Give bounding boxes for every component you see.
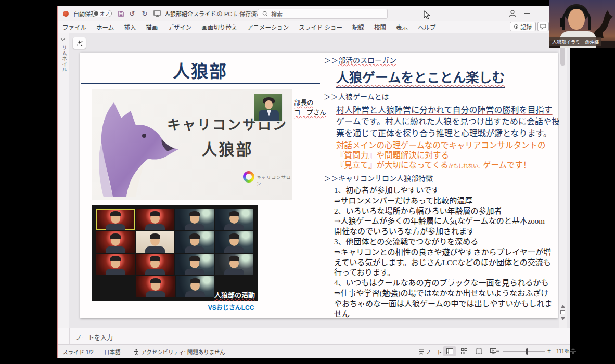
tab-transitions[interactable]: 画面切り替え bbox=[201, 23, 237, 31]
tab-record[interactable]: 記録 bbox=[352, 23, 364, 31]
accessibility-status[interactable]: アクセシビリティ: 問題ありません bbox=[134, 348, 225, 356]
language-status[interactable]: 日本語 bbox=[104, 348, 121, 356]
activity-caption: 人狼部の活動 bbox=[214, 290, 255, 300]
zoom-slider[interactable] bbox=[503, 351, 545, 352]
zoom-level[interactable]: 111% bbox=[556, 348, 569, 354]
tab-draw[interactable]: 描画 bbox=[146, 23, 158, 31]
editor-area: サムネイル 人狼部 bbox=[58, 33, 570, 328]
save-icon[interactable] bbox=[116, 9, 125, 18]
participant-tile bbox=[96, 209, 135, 230]
notes-toggle-label: ノート bbox=[426, 348, 442, 356]
fit-icon bbox=[570, 347, 576, 354]
participant-name-tag: 人狼部イラミー@沖縄 bbox=[549, 37, 601, 46]
tab-help[interactable]: ヘルプ bbox=[418, 23, 436, 31]
zoom-in-button[interactable]: + bbox=[547, 347, 551, 355]
minimize-button[interactable] bbox=[524, 13, 530, 14]
vertical-scrollbar[interactable] bbox=[559, 33, 567, 328]
mouse-cursor bbox=[424, 10, 430, 22]
salon-logo-icon bbox=[243, 171, 254, 183]
tab-home[interactable]: ホーム bbox=[96, 23, 114, 31]
normal-view-button[interactable] bbox=[443, 346, 456, 356]
tab-file[interactable]: ファイル bbox=[62, 23, 86, 31]
powerpoint-window: 自動保存 オフ ↺ ↻ 人狼部紹介スライド… • この PC に保存済み bbox=[57, 6, 570, 358]
president-label: 部長の コープさん bbox=[294, 98, 326, 118]
tab-slideshow[interactable]: スライド ショー bbox=[299, 23, 342, 31]
banner-brand-line2: 人狼部 bbox=[162, 137, 292, 160]
notes-icon bbox=[418, 349, 424, 355]
record-label: 記録 bbox=[520, 22, 532, 31]
collapse-chevron-icon[interactable] bbox=[61, 36, 65, 41]
powerpoint-icon bbox=[63, 11, 69, 17]
previous-slide-button[interactable] bbox=[561, 305, 565, 308]
tab-design[interactable]: デザイン bbox=[168, 23, 191, 31]
slide-body-text: ＞＞部活のスローガン 人狼ゲームをとことん楽しむ ＞＞人狼ゲームとは 村人陣営と… bbox=[324, 53, 553, 318]
zoom-slider-thumb[interactable] bbox=[526, 348, 528, 355]
slide-counter[interactable]: スライド 1/2 bbox=[62, 348, 94, 356]
feature-line: えている気がします。おじさんLCCなどのほか団体との交流も bbox=[334, 256, 551, 267]
redo-icon[interactable]: ↻ bbox=[140, 9, 149, 18]
normal-view-icon bbox=[446, 348, 453, 354]
tab-view[interactable]: 表示 bbox=[396, 23, 408, 31]
participant-tile bbox=[215, 209, 253, 230]
status-bullet: • bbox=[207, 10, 209, 17]
feature-line: ⇒サロンメンバーだけあって比較的温厚 bbox=[334, 194, 472, 205]
president-label-line1: 部長の bbox=[294, 99, 314, 107]
feature-line: 2、いろいろな場所から幅ひろい年齢層の参加者 bbox=[334, 205, 502, 216]
participant-tile bbox=[136, 209, 174, 230]
feature-line: ⇒人狼ゲームが多くの年齢層に人気なゲームなのと基本zoom bbox=[334, 215, 545, 226]
feature-line: 1、初心者が参加しやすいです bbox=[334, 184, 439, 195]
undo-icon[interactable]: ↺ bbox=[127, 9, 137, 18]
feature-line: 3、他団体との交流戦でつながりを深める bbox=[334, 236, 478, 246]
notes-pane[interactable]: ノートを入力 bbox=[58, 328, 570, 344]
participant-tile bbox=[215, 231, 253, 253]
features-header: ＞＞キャリコンサロン人狼部特徴 bbox=[324, 173, 433, 183]
participant-tile bbox=[175, 209, 214, 230]
record-icon bbox=[514, 24, 518, 29]
accessibility-icon bbox=[134, 349, 139, 355]
title-divider bbox=[81, 83, 320, 84]
participant-tile bbox=[96, 231, 135, 253]
slide-jump-icon[interactable] bbox=[560, 310, 565, 314]
feature-line: 4、いつもはクールなあの方のブラックな一面を見られるかも bbox=[334, 277, 549, 288]
about-line: 票を通じて正体を探り合う推理と心理戦が鍵となります。 bbox=[336, 128, 552, 140]
activity-photo: 人狼部の活動 bbox=[92, 205, 258, 301]
ribbon-tabs: ファイル ホーム 挿入 描画 デザイン 画面切り替え アニメーション スライド … bbox=[58, 21, 570, 33]
autosave-state: オフ bbox=[100, 10, 109, 17]
participant-tile bbox=[136, 231, 174, 253]
reading-view-button[interactable] bbox=[472, 346, 485, 356]
notes-toggle-button[interactable]: ノート bbox=[418, 348, 442, 356]
comments-button[interactable] bbox=[537, 22, 549, 31]
search-placeholder: 検索 bbox=[271, 10, 283, 18]
slide-title: 人狼部 bbox=[80, 58, 320, 83]
toggle-knob-icon bbox=[94, 11, 98, 16]
zoom-out-button[interactable]: − bbox=[496, 347, 499, 355]
comment-icon bbox=[540, 24, 546, 30]
account-icon[interactable] bbox=[508, 9, 518, 18]
next-slide-button[interactable] bbox=[561, 317, 565, 320]
record-button[interactable]: 記録 bbox=[510, 22, 536, 31]
fit-slide-button[interactable] bbox=[570, 347, 576, 355]
slogan-header: ＞＞部活のスローガン bbox=[324, 55, 396, 65]
participant-tile bbox=[175, 254, 214, 275]
saved-status-label: この PC に保存済み bbox=[211, 9, 262, 18]
notes-placeholder[interactable]: ノートを入力 bbox=[75, 333, 113, 342]
search-input[interactable]: 検索 bbox=[258, 9, 388, 19]
tab-insert[interactable]: 挿入 bbox=[124, 23, 136, 31]
slide-sorter-view-button[interactable] bbox=[458, 346, 470, 356]
accessibility-label: アクセシビリティ: 問題ありません bbox=[141, 348, 225, 356]
participant-tile bbox=[136, 276, 175, 297]
participant-tile bbox=[175, 231, 214, 253]
grid-view-icon bbox=[461, 348, 467, 354]
tab-animations[interactable]: アニメーション bbox=[247, 23, 289, 31]
autosave-toggle[interactable]: オフ bbox=[92, 10, 112, 17]
about-line: ゲームです。村人に紛れた人狼を見つけ出すために会話や投 bbox=[336, 116, 560, 128]
inking-sparkle-icon[interactable] bbox=[73, 37, 86, 49]
thumbnail-panel-collapsed[interactable]: サムネイル bbox=[58, 33, 69, 328]
present-icon[interactable] bbox=[152, 9, 162, 18]
vs-ojisan-lcc-label: VSおじさんLCC bbox=[200, 303, 262, 311]
title-bar: 自動保存 オフ ↺ ↻ 人狼部紹介スライド… • この PC に保存済み bbox=[58, 6, 570, 21]
tab-review[interactable]: 校閲 bbox=[374, 23, 386, 31]
orange-line: 『見立て』が大切になってくるかもしれない、ゲームです！ bbox=[336, 159, 531, 170]
search-icon bbox=[262, 11, 268, 17]
slide-canvas[interactable]: 人狼部 bbox=[80, 53, 558, 318]
